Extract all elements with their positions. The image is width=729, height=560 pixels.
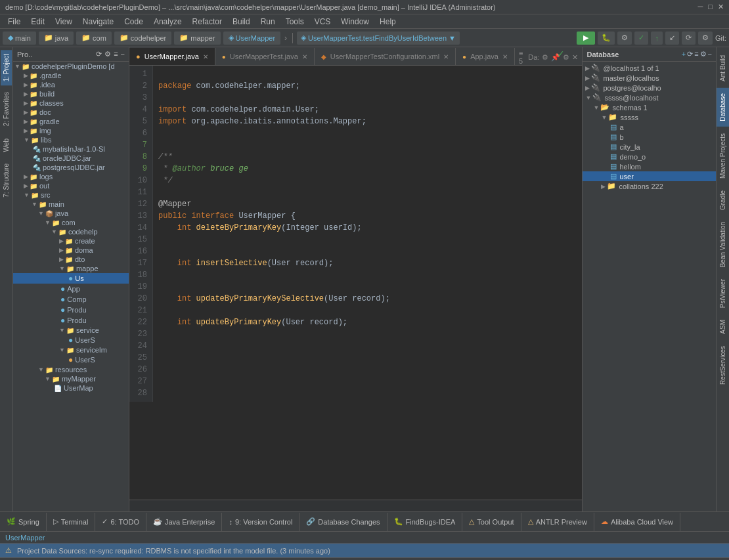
db-conn-postgres[interactable]: ▶ 🔌 postgres@localho [583, 83, 716, 93]
cog-icon[interactable]: ⚙ [104, 50, 111, 58]
db-refresh-icon[interactable]: ⟳ [687, 50, 693, 58]
vcs-btn[interactable]: ✓ [634, 32, 648, 45]
tree-root[interactable]: ▼ 📁 codehelperPluginDemo [d [13, 62, 129, 71]
code-content[interactable]: package com.codehelper.mapper; import co… [153, 66, 583, 402]
tree-item-resources[interactable]: ▼📁resources [13, 365, 129, 374]
editor-content[interactable]: 1 2 3 4 5 6 7 8 9 10 11 12 13 14 15 16 1 [129, 66, 583, 500]
db-collapse-icon[interactable]: − [708, 50, 712, 58]
nav-usermapper[interactable]: ◈ UserMapper [223, 32, 281, 45]
tree-item-serviceimpl[interactable]: ▼📁serviceIm [13, 345, 129, 355]
tree-item-produ1[interactable]: ●Produ [13, 305, 129, 315]
minimize-btn[interactable]: ─ [698, 3, 703, 11]
tree-item-build[interactable]: ▶📁build [13, 89, 129, 98]
right-tab-gradle[interactable]: Gradle [717, 185, 729, 215]
menu-run[interactable]: Run [255, 16, 280, 28]
tree-item-create[interactable]: ▶📁create [13, 236, 129, 246]
tab-app[interactable]: ● App.java ✕ [456, 48, 515, 65]
nav-java[interactable]: 📁 java [39, 32, 74, 45]
right-tab-ant[interactable]: Ant Build [717, 50, 729, 87]
bottom-tab-antlr[interactable]: △ ANTLR Preview [521, 513, 594, 531]
debug-btn[interactable]: 🐛 [598, 32, 615, 45]
editor-close-all-icon[interactable]: ✕ [572, 53, 578, 62]
bottom-tab-db-changes[interactable]: 🔗 Database Changes [299, 513, 387, 531]
bottom-tab-alibaba[interactable]: ☁ Alibaba Cloud View [594, 513, 680, 531]
menu-help[interactable]: Help [374, 16, 401, 28]
tree-item-gradle2[interactable]: ▶📁gradle [13, 117, 129, 126]
bottom-tab-java-ent[interactable]: ☕ Java Enterprise [146, 513, 222, 531]
bottom-tab-vc[interactable]: ↕ 9: Version Control [222, 513, 299, 531]
db-settings-icon[interactable]: ⚙ [700, 50, 707, 58]
tree-item-service[interactable]: ▼📁service [13, 326, 129, 335]
tab-usermappertest[interactable]: ● UserMapperTest.java ✕ [215, 48, 315, 65]
tab-close-usermappertest[interactable]: ✕ [302, 53, 307, 60]
tree-item-usermapper[interactable]: ●Us [13, 273, 129, 284]
menu-file[interactable]: File [3, 16, 26, 28]
left-tab-structure[interactable]: 7: Structure [0, 158, 12, 203]
bottom-tab-spring[interactable]: 🌿 Spring [0, 513, 47, 531]
db-conn-localhost[interactable]: ▶ 🔌 @localhost 1 of 1 [583, 63, 716, 73]
tree-item-usermap-xml[interactable]: 📄UserMap [13, 383, 129, 393]
tree-item-out[interactable]: ▶📁out [13, 181, 129, 190]
bottom-tab-tool-output[interactable]: △ Tool Output [462, 513, 521, 531]
tree-item-postgres-jar[interactable]: 🔩postgresqlJDBC.jar [13, 163, 129, 172]
menu-vcs[interactable]: VCS [309, 16, 336, 28]
tab-close-usermapper[interactable]: ✕ [203, 53, 208, 60]
tree-item-gradle[interactable]: ▶📁.gradle [13, 71, 129, 80]
push-btn[interactable]: ↑ [651, 32, 663, 45]
build-btn[interactable]: ⚙ [617, 32, 632, 45]
menu-code[interactable]: Code [119, 16, 148, 28]
tree-item-users1[interactable]: ●UserS [13, 335, 129, 345]
db-filter-icon[interactable]: ≡ [694, 50, 698, 58]
gear-icon[interactable]: ≡ [114, 50, 118, 58]
left-tab-project[interactable]: 1: Project [1, 50, 12, 85]
tree-item-comp[interactable]: ●Comp [13, 294, 129, 305]
tree-item-mapper-folder[interactable]: ▼📁mappe [13, 264, 129, 273]
menu-refactor[interactable]: Refactor [187, 16, 227, 28]
db-table-city[interactable]: ▤ city_la [583, 142, 716, 152]
bottom-tab-findbugs[interactable]: 🐛 FindBugs-IDEA [387, 513, 463, 531]
collapse-icon[interactable]: − [121, 50, 125, 58]
menu-tools[interactable]: Tools [280, 16, 309, 28]
tree-item-users2[interactable]: ●UserS [13, 355, 129, 365]
tree-item-dto[interactable]: ▶📁dto [13, 255, 129, 264]
db-table-a[interactable]: ▤ a [583, 122, 716, 132]
tree-item-com[interactable]: ▼📁com [13, 218, 129, 227]
menu-view[interactable]: View [50, 16, 77, 28]
settings-btn[interactable]: ⚙ [698, 32, 713, 45]
maximize-btn[interactable]: □ [708, 3, 713, 11]
left-tab-web[interactable]: Web [0, 133, 12, 157]
menu-edit[interactable]: Edit [26, 16, 50, 28]
right-tab-asm[interactable]: ASM [717, 314, 729, 339]
tree-item-logs[interactable]: ▶📁logs [13, 172, 129, 181]
db-collations[interactable]: ▶ 📁 collations 222 [583, 181, 716, 191]
right-tab-database[interactable]: Database [717, 88, 729, 127]
tree-item-domain[interactable]: ▶📁doma [13, 246, 129, 255]
tree-item-mymapper[interactable]: ▼📁myMapper [13, 374, 129, 383]
history-btn[interactable]: ⟳ [682, 32, 696, 45]
editor-settings-icon[interactable]: ⚙ [542, 53, 548, 62]
tree-item-img[interactable]: ▶📁img [13, 126, 129, 135]
nav-mapper[interactable]: 📁 mapper [174, 32, 220, 45]
db-schema-sssss[interactable]: ▼ 📁 sssss [583, 112, 716, 122]
left-tab-favorites[interactable]: 2: Favorites [0, 87, 12, 131]
sync-icon[interactable]: ⟳ [96, 50, 102, 58]
tree-item-app[interactable]: ●App [13, 284, 129, 294]
tab-usermapper[interactable]: ● UserMapper.java ✕ [129, 48, 215, 65]
tab-usermappertestconfig[interactable]: ◆ UserMapperTestConfiguration.xml ✕ [315, 48, 456, 65]
tree-item-src[interactable]: ▼📁src [13, 190, 129, 200]
tree-item-codehelp[interactable]: ▼📁codehelp [13, 227, 129, 236]
right-tab-bean[interactable]: Bean Validation [717, 217, 729, 272]
run-btn[interactable]: ▶ [577, 32, 595, 45]
nav-main[interactable]: ◆ main [3, 32, 36, 45]
tree-item-mybatis[interactable]: 🔩mybatisInJar-1.0-Sl [13, 144, 129, 154]
tree-item-java[interactable]: ▼📦java [13, 209, 129, 218]
bottom-tab-terminal[interactable]: ▷ Terminal [47, 513, 96, 531]
right-tab-psi[interactable]: PsiViewer [717, 274, 729, 313]
db-add-icon[interactable]: + [682, 50, 686, 58]
menu-window[interactable]: Window [336, 16, 374, 28]
db-schemas[interactable]: ▼ 📂 schemas 1 [583, 102, 716, 112]
menu-navigate[interactable]: Navigate [77, 16, 119, 28]
menu-analyze[interactable]: Analyze [148, 16, 187, 28]
nav-codehelper[interactable]: 📁 codehelper [114, 32, 171, 45]
tab-close-usermappertestconfig[interactable]: ✕ [443, 53, 449, 60]
